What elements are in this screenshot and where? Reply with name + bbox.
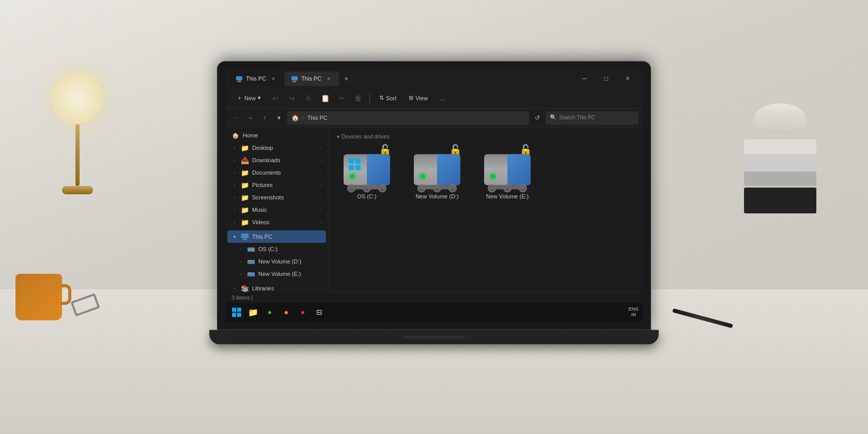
drive-e-arrow: › bbox=[238, 271, 244, 277]
svg-rect-8 bbox=[242, 240, 247, 240]
tab1-close[interactable]: × bbox=[269, 74, 277, 83]
redo-button[interactable]: ↪ bbox=[285, 91, 299, 105]
sidebar-item-home[interactable]: 🏠 Home bbox=[227, 129, 326, 142]
svg-rect-12 bbox=[248, 249, 250, 251]
sidebar-item-downloads[interactable]: › 📥 Downloads › bbox=[227, 154, 326, 166]
taskbar-app5[interactable]: ⊟ bbox=[312, 305, 327, 319]
sidebar-drive-c[interactable]: › OS (C:) bbox=[227, 243, 326, 255]
minimize-button[interactable]: ─ bbox=[574, 71, 595, 86]
up-button[interactable]: ↑ bbox=[258, 112, 271, 124]
screenshots-pin: › bbox=[320, 195, 322, 200]
drive-e-wheel-3 bbox=[519, 184, 527, 192]
drive-d-label: New Volume (D:) bbox=[258, 258, 301, 265]
drive-e-label-text: New Volume (E:) bbox=[486, 193, 529, 199]
drive-c-wheels bbox=[344, 184, 390, 192]
status-text: 3 items | bbox=[231, 295, 253, 301]
drive-c-icon bbox=[247, 245, 255, 253]
documents-label: Documents bbox=[252, 169, 281, 176]
main-pane: Devices and drives 🔓 bbox=[329, 127, 643, 291]
section-label: Devices and drives bbox=[342, 133, 390, 140]
svg-rect-4 bbox=[293, 81, 296, 82]
sidebar-drive-d[interactable]: › New Volume (D:) bbox=[227, 255, 326, 268]
address-bar[interactable]: 🏠 › This PC bbox=[287, 111, 529, 125]
new-label: New bbox=[244, 95, 256, 101]
drive-e-wheel-2 bbox=[503, 184, 512, 192]
taskbar-chrome1[interactable]: ● bbox=[262, 305, 277, 319]
nav-bar: ← → ↑ ▾ 🏠 › This PC ↺ 🔍 Search This PC bbox=[225, 109, 643, 127]
screenshots-label: Screenshots bbox=[252, 194, 284, 200]
maximize-button[interactable]: □ bbox=[595, 71, 617, 86]
videos-label: Videos bbox=[252, 219, 269, 225]
more-button[interactable]: ... bbox=[435, 93, 450, 103]
sidebar-item-screenshots[interactable]: › 📁 Screenshots › bbox=[227, 191, 326, 204]
chrome1-icon: ● bbox=[268, 308, 272, 316]
forward-button[interactable]: → bbox=[244, 112, 256, 124]
pictures-pin: › bbox=[320, 183, 322, 188]
book2 bbox=[744, 156, 816, 170]
cut-button[interactable]: ✂ bbox=[334, 91, 349, 105]
title-bar: This PC × This PC × bbox=[225, 69, 643, 88]
sidebar-item-this-pc[interactable]: ▾ This PC bbox=[227, 230, 326, 243]
taskbar-chrome3[interactable]: ● bbox=[296, 305, 310, 319]
taskbar-chrome2[interactable]: ● bbox=[279, 305, 293, 319]
tab-2[interactable]: This PC × bbox=[285, 71, 339, 86]
drive-e-item[interactable]: 🔓 bbox=[477, 145, 537, 204]
book3 bbox=[744, 172, 816, 186]
close-button[interactable]: × bbox=[617, 71, 639, 86]
pictures-label: Pictures bbox=[252, 182, 273, 188]
sidebar-item-pictures[interactable]: › 📁 Pictures › bbox=[227, 179, 326, 191]
sidebar-item-music[interactable]: › 📁 Music › bbox=[227, 204, 326, 216]
this-pc-collapse-arrow: ▾ bbox=[231, 234, 238, 240]
status-cursor: | bbox=[252, 295, 253, 301]
downloads-folder-icon: 📥 bbox=[241, 156, 249, 164]
content-area: 🏠 Home › 📁 Desktop › › 📥 bbox=[225, 127, 643, 291]
new-button[interactable]: ＋ New ▾ bbox=[231, 92, 266, 104]
desktop-label: Desktop bbox=[252, 145, 273, 151]
drive-d-wheels bbox=[414, 184, 460, 192]
copy-button[interactable]: ⎘ bbox=[301, 91, 316, 105]
drives-grid: 🔓 bbox=[337, 145, 634, 204]
sidebar-item-libraries[interactable]: › 📚 Libraries bbox=[227, 282, 326, 291]
documents-pin: › bbox=[320, 171, 322, 175]
right-decoration bbox=[744, 103, 816, 215]
bowl bbox=[754, 103, 806, 134]
tab-1[interactable]: This PC × bbox=[229, 71, 284, 86]
desktop-pin: › bbox=[320, 146, 322, 150]
svg-point-17 bbox=[249, 275, 250, 276]
delete-button[interactable]: 🗑 bbox=[351, 91, 365, 105]
music-folder-icon: 📁 bbox=[241, 206, 249, 214]
undo-button[interactable]: ↩ bbox=[268, 91, 283, 105]
taskbar-right: ENGIN bbox=[628, 307, 639, 318]
drive-d-item[interactable]: 🔓 bbox=[407, 145, 467, 204]
mug-handle bbox=[61, 284, 71, 305]
pictures-folder-icon: 📁 bbox=[241, 181, 249, 189]
back-button[interactable]: ← bbox=[229, 112, 242, 124]
tab2-icon bbox=[291, 75, 298, 82]
refresh-button[interactable]: ↺ bbox=[531, 112, 544, 124]
address-path: This PC bbox=[307, 115, 328, 121]
drive-c-led bbox=[350, 174, 355, 179]
sort-button[interactable]: ⇅ Sort bbox=[374, 92, 401, 103]
search-box[interactable]: 🔍 Search This PC bbox=[546, 111, 639, 125]
sidebar-item-videos[interactable]: › 📁 Videos › bbox=[227, 216, 326, 228]
drive-d-arrow: › bbox=[238, 258, 244, 265]
search-placeholder: Search This PC bbox=[559, 115, 595, 120]
trackpad-notch bbox=[403, 336, 465, 338]
tab2-close[interactable]: × bbox=[324, 74, 333, 83]
drive-c-item[interactable]: 🔓 bbox=[337, 145, 397, 204]
book1 bbox=[744, 140, 816, 154]
taskbar-start-button[interactable] bbox=[229, 305, 244, 319]
taskbar-file-explorer[interactable]: 📁 bbox=[246, 305, 260, 319]
sidebar-drive-e[interactable]: › New Volume (E:) bbox=[227, 268, 326, 280]
sidebar-item-desktop[interactable]: › 📁 Desktop › bbox=[227, 142, 326, 154]
new-tab-button[interactable]: + bbox=[340, 72, 352, 85]
this-pc-icon bbox=[241, 233, 249, 241]
drive-e-wheel-1 bbox=[488, 184, 496, 192]
paste-button[interactable]: 📋 bbox=[318, 91, 332, 105]
drive-c-body bbox=[344, 154, 390, 185]
drive-c-arrow: › bbox=[238, 246, 244, 252]
sidebar-item-documents[interactable]: › 📁 Documents › bbox=[227, 166, 326, 179]
recent-locations-button[interactable]: ▾ bbox=[273, 112, 285, 124]
view-button[interactable]: ⊞ View bbox=[404, 92, 433, 103]
drive-c-icon-container: 🔓 bbox=[341, 149, 393, 190]
